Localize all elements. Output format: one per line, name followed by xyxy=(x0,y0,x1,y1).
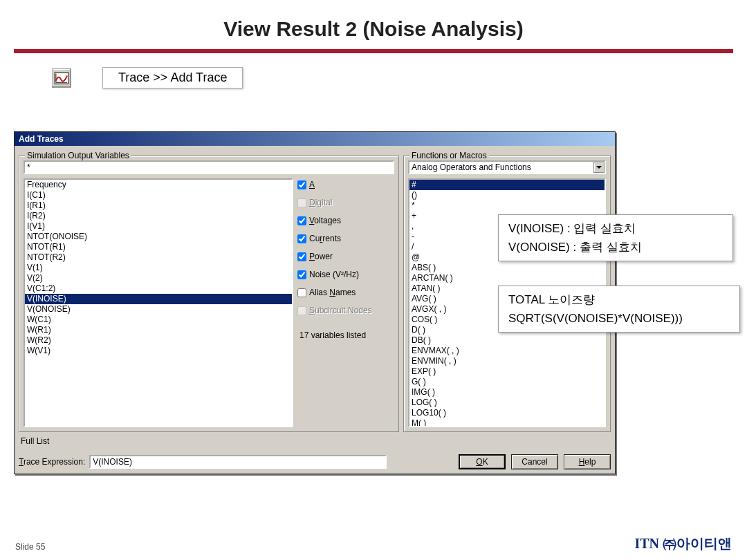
breadcrumb: Trace >> Add Trace xyxy=(102,67,243,88)
filter-input[interactable] xyxy=(24,160,394,174)
trace-tool-icon[interactable] xyxy=(52,68,71,88)
list-item[interactable]: ENVMIN( , ) xyxy=(409,356,605,366)
divider xyxy=(14,49,733,53)
annotation-line: SQRT(S(V(ONOISE)*V(NOISE))) xyxy=(508,309,730,328)
chk-power[interactable]: Power xyxy=(297,252,394,261)
chk-alias[interactable]: Alias Names xyxy=(297,288,394,297)
cancel-button[interactable]: Cancel xyxy=(511,454,558,469)
chk-currents[interactable]: Currents xyxy=(297,234,394,243)
annotation-total-noise: TOTAL 노이즈량 SQRT(S(V(ONOISE)*V(NOISE))) xyxy=(498,286,740,333)
filter-checks: A Digital Voltages Currents Power Noise … xyxy=(297,178,394,427)
company-logo: ITN ㈜아이티앤 xyxy=(634,534,732,553)
chk-analog[interactable]: A xyxy=(297,180,394,189)
annotation-inoise: V(INOISE) : 입력 실효치 V(ONOISE) : 출력 실효치 xyxy=(498,214,733,261)
list-item[interactable]: G( ) xyxy=(409,377,605,387)
chk-noise[interactable]: Noise (V²/Hz) xyxy=(297,270,394,279)
list-item[interactable]: # xyxy=(409,180,605,190)
list-item[interactable]: NTOT(R1) xyxy=(25,242,292,252)
annotation-line: TOTAL 노이즈량 xyxy=(508,290,730,309)
list-item[interactable]: I(R2) xyxy=(25,211,292,221)
list-item[interactable]: W(C1) xyxy=(25,315,292,325)
list-item[interactable]: Frequency xyxy=(25,180,292,190)
chk-digital: Digital xyxy=(297,198,394,207)
list-item[interactable]: ENVMAX( , ) xyxy=(409,346,605,356)
list-item[interactable]: V(2) xyxy=(25,273,292,283)
list-item[interactable]: W(R1) xyxy=(25,325,292,335)
page-title: View Result 2 (Noise Analysis) xyxy=(0,17,747,41)
list-item[interactable]: EXP( ) xyxy=(409,366,605,377)
list-item[interactable]: I(R1) xyxy=(25,200,292,211)
list-item[interactable]: I(C1) xyxy=(25,190,292,200)
list-item[interactable]: W(V1) xyxy=(25,346,292,356)
list-item[interactable]: V(C1:2) xyxy=(25,283,292,294)
list-item[interactable]: NTOT(ONOISE) xyxy=(25,232,292,242)
list-item[interactable]: () xyxy=(409,190,605,200)
chevron-down-icon[interactable] xyxy=(593,162,605,173)
annotation-line: V(INOISE) : 입력 실효치 xyxy=(508,219,723,238)
chk-voltages[interactable]: Voltages xyxy=(297,216,394,225)
list-item[interactable]: LOG10( ) xyxy=(409,408,605,418)
chk-subcircuit: Subcircuit Nodes xyxy=(297,306,394,315)
list-item[interactable]: M( ) xyxy=(409,418,605,427)
dialog-title: Add Traces xyxy=(15,132,615,146)
list-item[interactable]: V(ONOISE) xyxy=(25,304,292,315)
ok-button[interactable]: OK xyxy=(459,454,506,469)
variables-listbox[interactable]: FrequencyI(C1)I(R1)I(R2)I(V1)NTOT(ONOISE… xyxy=(24,178,293,427)
functions-dropdown[interactable] xyxy=(408,160,606,174)
full-list-label: Full List xyxy=(19,436,611,446)
list-item[interactable]: I(V1) xyxy=(25,221,292,232)
sim-vars-group: Simulation Output Variables FrequencyI(C… xyxy=(19,156,399,432)
list-item[interactable]: NTOT(R2) xyxy=(25,252,292,263)
sim-vars-label: Simulation Output Variables xyxy=(25,151,131,160)
help-button[interactable]: Help xyxy=(564,454,611,469)
list-item[interactable]: ABS( ) xyxy=(409,263,605,273)
list-item[interactable]: V(1) xyxy=(25,263,292,273)
slide-number: Slide 55 xyxy=(15,542,45,552)
trace-expression-input[interactable] xyxy=(89,455,387,469)
list-item[interactable]: IMG( ) xyxy=(409,387,605,398)
list-item[interactable]: ARCTAN( ) xyxy=(409,273,605,283)
list-item[interactable]: W(R2) xyxy=(25,335,292,346)
functions-label: Functions or Macros xyxy=(409,151,489,160)
trace-expression-label: Trace Expression: xyxy=(19,457,85,467)
list-item[interactable]: DB( ) xyxy=(409,335,605,346)
breadcrumb-row: Trace >> Add Trace xyxy=(52,67,747,88)
functions-dropdown-value[interactable] xyxy=(408,160,606,174)
list-item[interactable]: * xyxy=(409,200,605,211)
annotation-line: V(ONOISE) : 출력 실효치 xyxy=(508,238,723,256)
list-item[interactable]: LOG( ) xyxy=(409,398,605,408)
list-item[interactable]: V(INOISE) xyxy=(25,294,292,304)
var-count: 17 variables listed xyxy=(297,330,394,340)
